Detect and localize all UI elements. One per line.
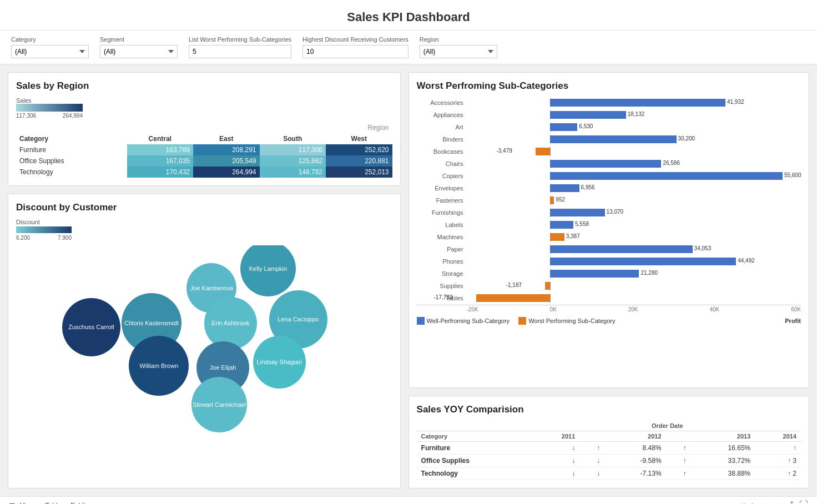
bar-positive (550, 160, 661, 168)
bar-label: Paper (417, 246, 467, 253)
bubble[interactable]: Stewart Carmichael (191, 377, 247, 432)
bar-label: Machines (417, 234, 467, 240)
bar-area: 34,053 (467, 245, 801, 254)
bar-row: Copiers55,600 (417, 170, 801, 182)
legend-well: Well-Perfroming Sub-Category (417, 317, 510, 325)
undo-icon[interactable]: ↩ (738, 500, 745, 504)
region-select[interactable]: (All) (420, 45, 497, 58)
fullscreen-icon[interactable]: ⛶ (799, 500, 808, 504)
bar-positive (550, 135, 676, 143)
page-title: Sales KPI Dashboard (0, 0, 817, 31)
bar-label: Accessories (417, 99, 467, 106)
bar-area: -3,479 (467, 147, 801, 156)
arrow-down: ↓ (572, 470, 575, 477)
back-icon[interactable]: ⬅ (764, 500, 771, 504)
arrow-up: ↑ (788, 470, 791, 477)
arrow-down: ↓ (572, 457, 575, 465)
bubble[interactable]: Erin Ashbrook (204, 297, 257, 350)
bar-positive (550, 123, 577, 131)
worst-filter: List Worst Performing Sub-Categories (189, 36, 291, 58)
bar-positive (550, 184, 579, 192)
x-axis-label: 40K (709, 306, 719, 313)
x-axis-label: 60K (791, 306, 801, 313)
bar-row: Machines3,387 (417, 231, 801, 243)
bar-value: 41,932 (727, 99, 744, 105)
segment-select[interactable]: (All) (100, 45, 178, 58)
region-filter: Region (All) (420, 36, 497, 58)
category-select[interactable]: (All) (11, 45, 89, 58)
yoy-2013-val: 16.65% (690, 442, 755, 455)
bubble[interactable]: Kelly Lampkin (240, 245, 296, 296)
bottom-nav-icons: ↩ ↪ ⬅ ➡ ⤴ ⛶ (738, 500, 808, 504)
bar-area: 30,200 (467, 135, 801, 144)
bar-row: Furnishings13,070 (417, 207, 801, 218)
bubble[interactable]: Lindsay Shagiari (253, 336, 306, 389)
forward-icon[interactable]: ➡ (776, 500, 784, 504)
highest-input[interactable] (302, 45, 408, 58)
category-label: Category (11, 36, 89, 43)
bar-value: 44,492 (738, 258, 755, 264)
bar-row: Paper34,053 (417, 244, 801, 255)
south-cell: 125,662 (260, 155, 326, 167)
bubble-legend-vals: 6.200 7.900 (16, 235, 72, 241)
bar-positive (550, 258, 736, 265)
south-cell: 148,782 (260, 167, 326, 178)
bar-row: Phones44,492 (417, 256, 801, 267)
discount-by-customer-panel: Discount by Customer Discount 6.200 7.90… (8, 194, 401, 488)
bar-positive (550, 99, 725, 107)
bar-row: Appliances18,132 (417, 109, 801, 120)
category-cell: Furniture (16, 144, 127, 155)
bar-area: 55,600 (467, 172, 801, 180)
arrow-up: ↑ (788, 457, 791, 465)
yoy-2011: ↓ (534, 442, 580, 455)
region-label: Region (420, 36, 497, 43)
table-row: Furniture 163,789 208,291 117,306 252,62… (16, 144, 392, 155)
worst-input[interactable] (189, 45, 291, 58)
sales-legend: Sales (16, 97, 392, 104)
bar-area: 952 (467, 196, 801, 205)
bubble[interactable]: William Brown (129, 336, 189, 396)
bar-positive (550, 209, 604, 216)
yoy-category: Office Supplies (417, 455, 534, 467)
category-cell: Technology (16, 167, 127, 178)
bar-area: 3,387 (467, 233, 801, 241)
bar-area: 6,956 (467, 184, 801, 193)
tableau-icon: ⊞ (9, 501, 16, 505)
legend-worst: Worst Performing Sub-Category (518, 317, 615, 325)
redo-icon[interactable]: ↪ (751, 500, 758, 504)
bar-row: Envelopes6,956 (417, 183, 801, 194)
bar-label: Bookcases (417, 148, 467, 155)
filters-bar: Category (All) Segment (All) List Worst … (0, 31, 817, 64)
bubble[interactable]: Zuschuss Carroll (62, 298, 120, 356)
yoy-2012-val: -9.58% (604, 455, 665, 467)
sales-legend-title: Sales (16, 97, 32, 104)
worst-sub-cat-title: Worst Perfroming Sub-Categories (417, 80, 801, 92)
yoy-2013-arrow: ↑ (666, 442, 691, 455)
x-axis-label: 20K (628, 306, 638, 313)
bar-negative (476, 294, 551, 302)
east-cell: 264,994 (193, 167, 259, 178)
central-cell: 170,432 (127, 167, 193, 178)
bar-label: Fasteners (417, 197, 467, 204)
south-cell: 117,306 (260, 144, 326, 155)
left-column: Sales by Region Sales 117,306 264,994 Re… (8, 72, 401, 488)
bar-value: 6,530 (579, 123, 593, 129)
bar-positive (550, 172, 783, 180)
bar-row: Supplies-1,187 (417, 280, 801, 291)
yoy-category: Technology (417, 467, 534, 480)
east-cell: 205,549 (193, 155, 259, 167)
bar-area: 44,492 (467, 257, 801, 266)
yoy-title: Sales YOY Comparision (417, 404, 801, 415)
yoy-2011: ↓ (534, 455, 580, 467)
bar-label: Chairs (417, 160, 467, 167)
bar-value: 3,387 (566, 233, 580, 239)
arrow-up: ↑ (683, 470, 686, 477)
bar-positive (550, 111, 626, 119)
bar-value: 30,200 (678, 135, 695, 142)
bubble-gradient (16, 226, 72, 233)
share-icon[interactable]: ⤴ (789, 500, 794, 504)
tableau-link[interactable]: View on Tableau Public (20, 502, 89, 505)
right-column: Worst Perfroming Sub-Categories Accessor… (408, 72, 809, 488)
bar-row: Storage21,280 (417, 268, 801, 279)
highest-filter: Highest Discount Receiving Customers (302, 36, 408, 58)
